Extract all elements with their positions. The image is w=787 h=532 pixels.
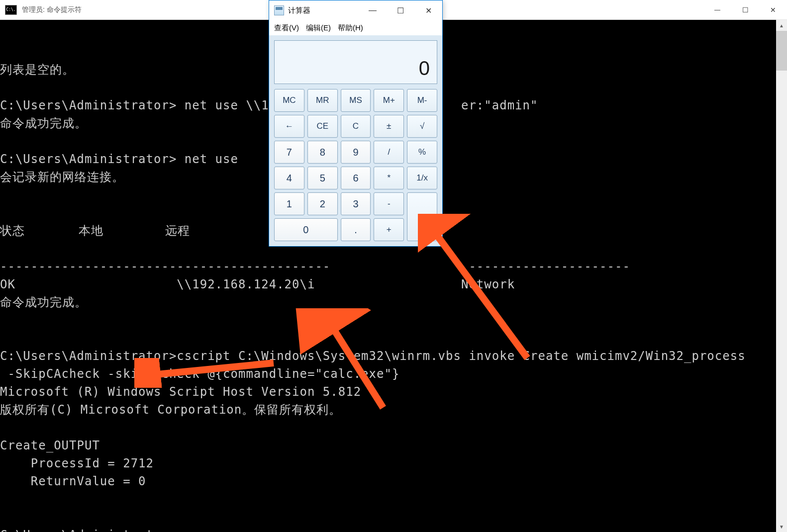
calc-6-button[interactable]: 6 xyxy=(341,167,371,189)
calc-add-button[interactable]: + xyxy=(374,218,404,241)
terminal-line: C:\Users\Administrator>cscript C:\Window… xyxy=(0,347,787,365)
calc-pct-button[interactable]: % xyxy=(407,141,437,164)
calc-pm-button[interactable]: ± xyxy=(374,115,404,138)
calc-window-controls: — ☐ ✕ xyxy=(359,0,442,20)
terminal-line xyxy=(0,419,787,437)
calc-body: 0 MC MR MS M+ M- ← CE C ± √ 7 8 9 / % 4 … xyxy=(269,35,442,246)
calc-minimize-button[interactable]: — xyxy=(359,0,387,20)
terminal-line: 命令成功完成。 xyxy=(0,293,787,311)
calc-5-button[interactable]: 5 xyxy=(307,167,338,189)
calc-4-button[interactable]: 4 xyxy=(274,167,304,189)
menu-help[interactable]: 帮助(H) xyxy=(336,22,365,34)
calc-2-button[interactable]: 2 xyxy=(307,192,338,215)
terminal-line: ProcessId = 2712 xyxy=(0,454,787,472)
calculator-window: 计算器 — ☐ ✕ 查看(V) 编辑(E) 帮助(H) 0 MC MR MS M… xyxy=(269,0,443,247)
calc-0-button[interactable]: 0 xyxy=(274,218,338,241)
calc-maximize-button[interactable]: ☐ xyxy=(387,0,414,20)
terminal-line: Create_OUTPUT xyxy=(0,437,787,454)
calc-1-button[interactable]: 1 xyxy=(274,192,304,215)
terminal-line: -SkipCAcheck -skipCNcheck @{commandline=… xyxy=(0,365,787,383)
maximize-button[interactable] xyxy=(731,0,759,20)
calc-ms-button[interactable]: MS xyxy=(341,89,371,112)
calc-display: 0 xyxy=(274,40,437,84)
main-window-controls xyxy=(703,0,787,20)
scrollbar-up-icon[interactable]: ▲ xyxy=(776,20,787,31)
calculator-icon xyxy=(274,5,284,15)
calc-back-button[interactable]: ← xyxy=(274,115,304,138)
main-window-title: 管理员: 命令提示符 xyxy=(22,5,82,14)
menu-view[interactable]: 查看(V) xyxy=(272,22,301,34)
scrollbar-down-icon[interactable]: ▼ xyxy=(776,521,787,532)
calc-mc-button[interactable]: MC xyxy=(274,89,304,112)
menu-edit[interactable]: 编辑(E) xyxy=(304,22,333,34)
terminal-line: ReturnValue = 0 xyxy=(0,472,787,490)
cmd-icon: C:\. xyxy=(5,5,17,15)
scrollbar-thumb[interactable] xyxy=(776,31,787,71)
calc-mminus-button[interactable]: M- xyxy=(407,89,437,112)
terminal-line xyxy=(0,329,787,347)
calc-ce-button[interactable]: CE xyxy=(307,115,338,138)
terminal-line: 版权所有(C) Microsoft Corporation。保留所有权利。 xyxy=(0,401,787,419)
calc-keypad: MC MR MS M+ M- ← CE C ± √ 7 8 9 / % 4 5 … xyxy=(274,89,437,241)
calc-c-button[interactable]: C xyxy=(341,115,371,138)
calc-3-button[interactable]: 3 xyxy=(341,192,371,215)
calc-9-button[interactable]: 9 xyxy=(341,141,371,164)
terminal-line: OK \\192.168.124.20\i Network xyxy=(0,275,787,293)
terminal-line xyxy=(0,490,787,508)
calc-dot-button[interactable]: . xyxy=(341,218,371,241)
calc-title: 计算器 xyxy=(288,6,310,15)
calc-div-button[interactable]: / xyxy=(374,141,404,164)
calc-mr-button[interactable]: MR xyxy=(307,89,338,112)
calc-sqrt-button[interactable]: √ xyxy=(407,115,437,138)
calc-7-button[interactable]: 7 xyxy=(274,141,304,164)
calc-menubar: 查看(V) 编辑(E) 帮助(H) xyxy=(269,20,442,35)
close-button[interactable] xyxy=(759,0,787,20)
scrollbar[interactable]: ▲ ▼ xyxy=(776,20,787,532)
calc-8-button[interactable]: 8 xyxy=(307,141,338,164)
terminal-line: Microsoft (R) Windows Script Host Versio… xyxy=(0,383,787,401)
terminal-line: ----------------------------------------… xyxy=(0,258,787,275)
calc-mul-button[interactable]: * xyxy=(374,167,404,189)
calc-eq-button[interactable]: = xyxy=(407,192,437,241)
calc-titlebar[interactable]: 计算器 — ☐ ✕ xyxy=(269,0,442,20)
calc-close-button[interactable]: ✕ xyxy=(414,0,442,20)
terminal-line xyxy=(0,508,787,526)
minimize-button[interactable] xyxy=(703,0,731,20)
calc-sub-button[interactable]: - xyxy=(374,192,404,215)
terminal-line xyxy=(0,311,787,329)
terminal-line: C:\Users\Administrator> xyxy=(0,526,787,532)
calc-inv-button[interactable]: 1/x xyxy=(407,167,437,189)
calc-mplus-button[interactable]: M+ xyxy=(374,89,404,112)
